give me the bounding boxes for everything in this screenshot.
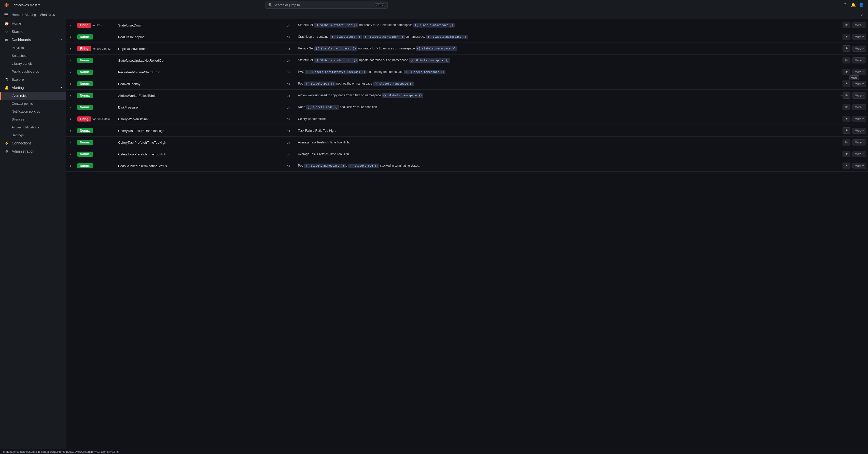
rule-name[interactable]: CeleryTaskFailureRatioTooHigh [118,129,164,133]
row-expand-button[interactable]: › [68,116,72,122]
breadcrumb-alerting[interactable]: Alerting [25,13,36,17]
search-bar[interactable]: 🔍 Search or jump to... ctrl+k [266,2,388,9]
more-button[interactable]: More ▾ [852,46,866,52]
search-placeholder: Search or jump to... [274,3,303,7]
sidebar-item-label: Snapshots [12,54,62,58]
sidebar-item-connections[interactable]: ⚡ Connections [0,139,66,147]
workspace-selector[interactable]: datacoves-main ▾ [12,2,41,8]
view-button[interactable]: 👁 [842,81,850,87]
table-row: ›NormalCeleryTaskPrefetchTimeTooHighokAv… [66,148,868,160]
view-button[interactable]: 👁 [842,151,850,157]
view-button[interactable]: 👁 [842,69,850,75]
view-button[interactable]: 👁 [842,163,850,169]
row-expand-button[interactable]: › [68,151,72,157]
rule-name[interactable]: StatefulsetDown [118,23,142,27]
more-button[interactable]: More ▾ [852,69,866,75]
row-expand-button[interactable]: › [68,105,72,110]
sidebar-item-library-panels[interactable]: Library panels [0,60,66,67]
view-button[interactable]: 👁 [842,45,850,52]
sidebar-item-contact-points[interactable]: Contact points [0,100,66,108]
grafana-logo[interactable] [3,2,10,9]
view-button[interactable]: 👁 [842,127,850,134]
rule-state: ok [287,23,290,27]
rule-name[interactable]: PodsStuckedInTerminatingStatus [118,164,167,168]
row-expand-button[interactable]: › [68,140,72,145]
table-row: ›NormalPodsStuckedInTerminatingStatusokP… [66,160,868,172]
sidebar-item-settings[interactable]: Settings [0,131,66,139]
expand-icon[interactable]: ⤢ [859,12,865,18]
sidebar-item-label: Silences [12,117,62,121]
user-button[interactable]: 👤 [858,2,865,9]
sidebar-item-home[interactable]: 🏠 Home [0,19,66,28]
sidebar-item-explore[interactable]: 🔭 Explore [0,76,66,84]
sidebar-item-alerting[interactable]: 🔔 Alerting ▾ [0,84,66,92]
sidebar-toggle[interactable]: ☰ [3,12,9,18]
sidebar-item-public-dashboards[interactable]: Public dashboards [0,67,66,76]
more-button[interactable]: More ▾ [852,92,866,98]
topbar: datacoves-main ▾ 🔍 Search or jump to... … [0,0,868,10]
more-button[interactable]: More ▾ [852,151,866,157]
row-expand-button[interactable]: › [68,128,72,134]
view-button[interactable]: 👁 [842,57,850,63]
more-button[interactable]: More ▾ [852,57,866,63]
view-button[interactable]: 👁 [842,22,850,28]
more-button[interactable]: More ▾ [852,34,866,40]
status-url: grafana.ensembletest.apps.jnj.com/alerti… [3,450,119,453]
sidebar-item-dashboards[interactable]: ⊞ Dashboards ▾ [0,36,66,44]
rule-name[interactable]: CeleryTaskPrefetchTimeTooHigh [118,152,166,156]
home-icon: 🏠 [4,21,9,26]
add-button[interactable]: ＋ [833,2,840,9]
row-expand-button[interactable]: › [68,93,72,98]
breadcrumb-sep-1: › [22,13,23,17]
view-button[interactable]: 👁 [842,116,850,122]
sidebar-item-active-notifications[interactable]: Active notifications [0,123,66,131]
row-expand-button[interactable]: › [68,46,72,52]
more-button[interactable]: More ▾ [852,139,866,145]
rule-name[interactable]: StatefulsetUpdateNotRolledOut [118,59,164,62]
rule-name[interactable]: DiskPressure [118,106,138,109]
rule-summary: Average Task Prefetch Time Too High. [298,140,835,145]
sidebar-item-notification-policies[interactable]: Notification policies [0,108,66,115]
more-button[interactable]: More ▾ [852,127,866,134]
template-tag: {{ $labels.pod }} [348,164,379,168]
row-expand-button[interactable]: › [68,34,72,40]
sidebar-item-alert-rules[interactable]: Alert rules [0,92,66,100]
view-button[interactable]: 👁 [842,139,850,145]
view-button[interactable]: 👁 [842,34,850,40]
rule-state: ok [287,117,290,121]
row-expand-button[interactable]: › [68,81,72,87]
sidebar-item-label: Playlists [12,46,62,50]
svg-point-4 [8,4,9,5]
row-expand-button[interactable]: › [68,22,72,28]
rule-name[interactable]: PodCrashLooping [118,35,145,39]
more-button[interactable]: More ▾ [852,104,866,110]
table-row: ›NormalPodCrashLoopingokCrashloop on con… [66,31,868,43]
rule-summary: PVC {{ $labels.persistentvolumeclaim }} … [298,69,835,75]
notifications-button[interactable]: 🔔 [850,2,857,9]
view-button[interactable]: 👁 [842,92,850,98]
rule-name[interactable]: PodNotHealthy [118,82,140,86]
rule-name[interactable]: CeleryTaskPrefetchTimeTooHigh [118,141,166,144]
rule-state: ok [287,164,290,168]
more-button[interactable]: More ▾ [852,116,866,122]
sidebar-item-snapshots[interactable]: Snapshots [0,52,66,60]
rule-name[interactable]: PersistentVolumeClaimError [118,70,160,74]
breadcrumb-home[interactable]: Home [12,13,21,17]
help-button[interactable]: ? [841,2,849,9]
rule-name[interactable]: ReplicaSetMismatch [118,47,148,51]
view-button[interactable]: 👁 [842,104,850,110]
more-button[interactable]: More ▾ [852,81,866,87]
sidebar-item-playlists[interactable]: Playlists [0,44,66,52]
row-expand-button[interactable]: › [68,163,72,169]
help-icon: ? [844,3,846,7]
sidebar-item-starred[interactable]: ☆ Starred [0,28,66,36]
more-button[interactable]: More ▾ [852,163,866,169]
row-expand-button[interactable]: › [68,58,72,63]
rule-name[interactable]: CeleryWorkerOffline [118,117,148,121]
rule-name[interactable]: AirflowWorkerFailedToInit [118,94,156,97]
table-row: ›Firingfor 17mStatefulsetDownokStatefulS… [66,19,868,31]
more-button[interactable]: More ▾ [852,22,866,28]
sidebar-item-silences[interactable]: Silences [0,115,66,123]
sidebar-item-administration[interactable]: ⚙ Administration [0,147,66,155]
row-expand-button[interactable]: › [68,69,72,75]
